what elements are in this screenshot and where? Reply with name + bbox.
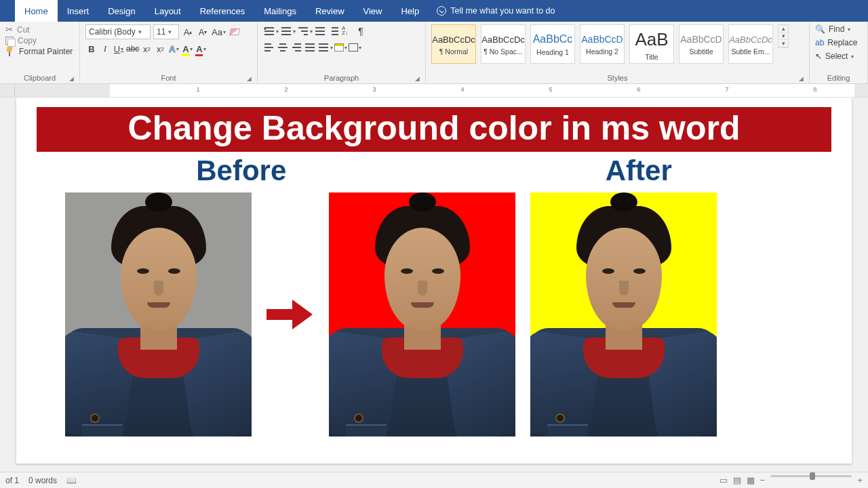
read-mode-button[interactable]: ▭ [719,475,728,485]
justify-icon [304,42,316,53]
styles-gallery[interactable]: AaBbCcDc¶ NormalAaBbCcDc¶ No Spac...AaBb… [431,24,804,64]
page-indicator[interactable]: of 1 [5,476,19,485]
document-viewport[interactable]: Change Background color in ms word Befor… [0,98,868,472]
replace-icon: ab [815,38,824,47]
status-bar: of 1 0 words 📖 ▭ ▤ ▦ − + [0,472,868,488]
align-left-button[interactable] [263,41,275,54]
tab-layout[interactable]: Layout [145,0,191,22]
grow-font-button[interactable]: A▴ [182,25,194,39]
copy-button[interactable]: Copy [5,36,73,45]
group-font: Calibri (Body▾ 11▾ A▴ A▾ Aa▾ B I U▾ abc … [80,22,258,83]
style-card[interactable]: AaBbCcHeading 1 [530,24,575,64]
group-label: Clipboard◢ [5,73,74,82]
paintbrush-icon [5,47,15,56]
scissors-icon: ✂ [5,24,13,35]
decrease-indent-button[interactable] [314,24,326,38]
tell-me-search[interactable]: Tell me what you want to do [429,0,563,22]
tab-help[interactable]: Help [391,0,429,22]
cut-button[interactable]: ✂Cut [5,24,73,35]
line-spacing-button[interactable]: ▾ [317,41,333,54]
select-button[interactable]: ↖Select▾ [815,52,854,61]
group-paragraph: ▾ ▾ ▾ ¶ ▾ ▾ ▾ Paragraph◢ [258,22,426,83]
strikethrough-button[interactable]: abc [126,42,139,56]
tab-home[interactable]: Home [15,0,58,22]
view-buttons: ▭ ▤ ▦ − + [719,475,863,485]
bullets-button[interactable]: ▾ [263,24,279,38]
tab-insert[interactable]: Insert [58,0,99,22]
cursor-icon: ↖ [815,52,822,61]
outdent-icon [314,26,326,37]
tell-me-placeholder: Tell me what you want to do [450,6,555,16]
justify-button[interactable] [304,41,316,54]
change-case-button[interactable]: Aa▾ [212,25,226,39]
show-marks-button[interactable]: ¶ [355,24,367,38]
shading-button[interactable]: ▾ [334,41,347,54]
line-spacing-icon [317,42,330,53]
tab-view[interactable]: View [354,0,392,22]
dialog-launcher-icon[interactable]: ◢ [69,75,74,82]
align-center-button[interactable] [277,41,289,54]
zoom-in-button[interactable]: + [857,475,863,485]
shrink-font-button[interactable]: A▾ [197,25,209,39]
file-tab-edge [0,0,15,22]
style-card[interactable]: AaBbCcDc¶ No Spac... [481,24,526,64]
lightbulb-icon [437,6,446,16]
arrow-icon [267,300,314,329]
subscript-button[interactable]: x2 [140,42,153,56]
bullets-icon [263,26,275,37]
style-card[interactable]: AaBbCcDcSubtle Em... [728,24,773,64]
dialog-launcher-icon[interactable]: ◢ [415,75,420,82]
style-card[interactable]: AaBbCcDSubtitle [679,24,724,64]
gallery-scroll[interactable]: ▴▾▾ [778,24,789,48]
increase-indent-button[interactable] [328,24,340,38]
italic-button[interactable]: I [99,42,111,56]
group-label: Font◢ [85,73,252,82]
group-label: Editing [815,73,862,82]
format-painter-button[interactable]: Format Painter [5,47,73,56]
style-card[interactable]: AaBbCcDc¶ Normal [431,24,476,64]
group-label: Styles◢ [431,73,804,82]
find-button[interactable]: 🔍Find▾ [815,24,850,34]
highlight-button[interactable]: A▾ [181,42,193,56]
photo-before [65,192,252,436]
multilevel-icon [297,26,309,37]
borders-button[interactable]: ▾ [349,41,361,54]
web-layout-button[interactable]: ▦ [747,475,755,485]
eraser-icon [229,28,241,35]
font-color-button[interactable]: A▾ [195,42,207,56]
label-before: Before [196,155,286,187]
dialog-launcher-icon[interactable]: ◢ [799,75,804,82]
align-left-icon [263,42,275,53]
superscript-button[interactable]: x2 [154,42,166,56]
style-card[interactable]: AaBbCcDHeading 2 [580,24,625,64]
underline-button[interactable]: U▾ [113,42,125,56]
align-right-icon [290,42,302,53]
font-size-select[interactable]: 11▾ [153,24,179,39]
zoom-out-button[interactable]: − [760,475,766,485]
sort-button[interactable] [341,24,353,38]
numbering-button[interactable]: ▾ [280,24,296,38]
tab-mailings[interactable]: Mailings [254,0,306,22]
replace-button[interactable]: abReplace [815,38,857,47]
horizontal-ruler[interactable]: 12345678 [0,84,868,98]
word-count[interactable]: 0 words [28,476,57,485]
font-name-select[interactable]: Calibri (Body▾ [85,24,151,39]
text-effects-button[interactable]: A▾ [167,42,180,56]
copy-icon [5,37,14,45]
spellcheck-icon[interactable]: 📖 [66,476,77,485]
print-layout-button[interactable]: ▤ [733,475,741,485]
tab-design[interactable]: Design [98,0,144,22]
zoom-slider[interactable] [770,475,852,477]
tab-review[interactable]: Review [306,0,354,22]
bold-button[interactable]: B [85,42,98,56]
dialog-launcher-icon[interactable]: ◢ [247,75,252,82]
borders-icon [349,43,358,52]
photo-after-yellow [530,192,717,436]
align-right-button[interactable] [290,41,302,54]
clear-formatting-button[interactable] [229,25,241,39]
shading-icon [334,43,344,52]
photo-after-red [329,192,515,436]
style-card[interactable]: AaBTitle [629,24,674,64]
tab-references[interactable]: References [191,0,254,22]
multilevel-list-button[interactable]: ▾ [297,24,313,38]
